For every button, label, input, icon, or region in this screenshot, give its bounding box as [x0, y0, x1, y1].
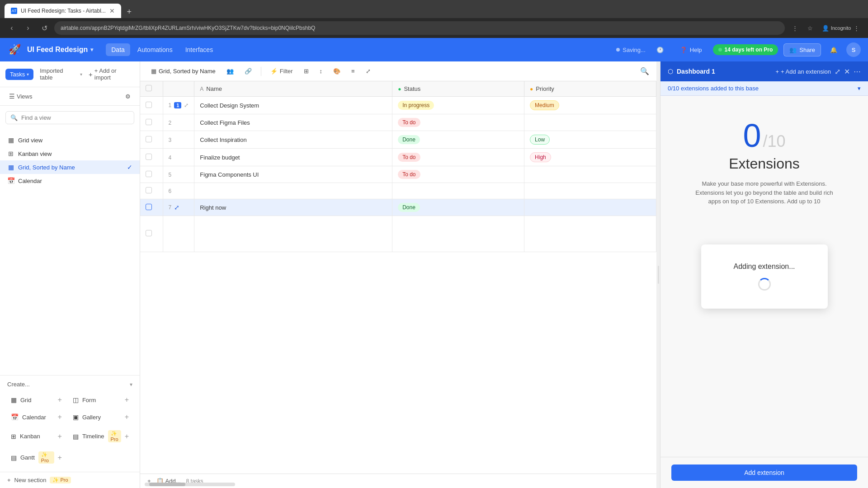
- sidebar-item-grid-view[interactable]: ▦ Grid view: [0, 133, 140, 147]
- row-4-status[interactable]: To do: [392, 149, 524, 166]
- empty-name[interactable]: [194, 216, 392, 252]
- user-avatar[interactable]: S: [846, 42, 861, 57]
- views-icon-button[interactable]: ▦ Grid, Sorted by Name: [147, 66, 219, 76]
- row-1-name[interactable]: Collect Design System: [194, 97, 392, 114]
- new-tab-button[interactable]: +: [123, 5, 136, 18]
- table-row[interactable]: 7 ⤢ Right now Done: [140, 199, 656, 216]
- table-row[interactable]: 4 Finalize budget To do High: [140, 149, 656, 166]
- row-3-priority[interactable]: Low: [524, 131, 656, 149]
- nav-automations[interactable]: Automations: [132, 43, 178, 56]
- bookmark-icon[interactable]: ☆: [804, 22, 816, 34]
- row-7-name[interactable]: Right now: [194, 199, 392, 216]
- name-column-header[interactable]: A Name: [194, 81, 392, 97]
- subheader-chevron-icon[interactable]: ▾: [858, 85, 861, 92]
- address-bar[interactable]: airtable.com/appnB2PYqtdgiMrZG/tbliXpR4Z…: [54, 21, 785, 35]
- share-button[interactable]: 👥 Share: [783, 43, 821, 56]
- create-kanban-button[interactable]: ⊞ Kanban +: [7, 427, 66, 445]
- row-3-status[interactable]: Done: [392, 131, 524, 149]
- share-view-button[interactable]: 🔗: [241, 66, 255, 76]
- row-6-priority[interactable]: [524, 183, 656, 199]
- tab-close-button[interactable]: ✕: [109, 7, 115, 14]
- row-6-name[interactable]: [194, 183, 392, 199]
- table-row[interactable]: 5 Figma Components UI To do: [140, 166, 656, 183]
- row-7-priority[interactable]: [524, 199, 656, 216]
- views-toggle-button[interactable]: ☰ Views: [5, 91, 119, 102]
- table-row[interactable]: 3 Collect Inspiration Done Low: [140, 131, 656, 149]
- help-button[interactable]: ❓ Help: [675, 44, 708, 56]
- search-input[interactable]: [21, 114, 129, 121]
- table-row[interactable]: 1 1 ⤢ Collect Design System In progress …: [140, 97, 656, 114]
- row-7-status[interactable]: Done: [392, 199, 524, 216]
- topbar-title[interactable]: UI Feed Redesign ▾: [27, 46, 93, 54]
- select-all-checkbox[interactable]: [146, 85, 152, 91]
- row-4-priority[interactable]: High: [524, 149, 656, 166]
- row-1-expand-icon[interactable]: ⤢: [184, 102, 189, 108]
- table-row[interactable]: 6: [140, 183, 656, 199]
- horizontal-scrollbar[interactable]: [145, 483, 235, 486]
- empty-checkbox[interactable]: [140, 216, 163, 252]
- add-or-import-button[interactable]: + + Add or import: [89, 67, 134, 81]
- row-5-checkbox[interactable]: [140, 166, 163, 183]
- profile-icon[interactable]: 👤: [819, 22, 832, 34]
- row-7-checkbox[interactable]: [140, 199, 163, 216]
- tasks-tab[interactable]: Tasks ▾: [5, 69, 33, 80]
- nav-data[interactable]: Data: [106, 43, 130, 56]
- create-form-button[interactable]: ◫ Form +: [69, 393, 132, 407]
- sidebar-item-kanban-view[interactable]: ⊞ Kanban view: [0, 147, 140, 160]
- row-5-status[interactable]: To do: [392, 166, 524, 183]
- sidebar-item-calendar[interactable]: 📅 Calendar: [0, 174, 140, 188]
- imported-table-tab[interactable]: Imported table ▾: [35, 65, 87, 83]
- close-panel-icon[interactable]: ✕: [844, 67, 850, 76]
- row-4-name[interactable]: Finalize budget: [194, 149, 392, 166]
- create-gallery-button[interactable]: ▣ Gallery +: [69, 410, 132, 424]
- table-row[interactable]: 2 Collect Figma Files To do: [140, 114, 656, 131]
- forward-button[interactable]: ›: [22, 22, 34, 34]
- expand-button[interactable]: ⤢: [362, 66, 374, 76]
- menu-icon[interactable]: ⋮: [850, 22, 863, 34]
- row-6-status[interactable]: [392, 183, 524, 199]
- status-column-header[interactable]: ● Status: [392, 81, 524, 97]
- row-2-status[interactable]: To do: [392, 114, 524, 131]
- pro-badge[interactable]: 14 days left on Pro: [713, 44, 778, 55]
- row-1-checkbox[interactable]: [140, 97, 163, 114]
- add-extension-submit-button[interactable]: Add extension: [671, 465, 857, 481]
- row-3-name[interactable]: Collect Inspiration: [194, 131, 392, 149]
- sort-button[interactable]: ↕: [316, 66, 326, 76]
- search-box[interactable]: 🔍: [5, 111, 134, 124]
- notifications-button[interactable]: 🔔: [826, 42, 841, 57]
- group-button[interactable]: ⊞: [300, 66, 312, 76]
- active-browser-tab[interactable]: AT UI Feed Redesign: Tasks - Airtabl... …: [5, 4, 121, 18]
- create-gantt-button[interactable]: ▤ Gantt ✨ Pro +: [7, 449, 66, 466]
- add-extension-button[interactable]: + + Add an extension: [775, 68, 831, 75]
- new-section-button[interactable]: + New section ✨ Pro: [0, 472, 140, 488]
- nav-interfaces[interactable]: Interfaces: [180, 43, 218, 56]
- row-1-priority[interactable]: Medium: [524, 97, 656, 114]
- row-2-name[interactable]: Collect Figma Files: [194, 114, 392, 131]
- row-5-priority[interactable]: [524, 166, 656, 183]
- create-timeline-button[interactable]: ▤ Timeline ✨ Pro +: [69, 427, 132, 445]
- ext-menu-icon[interactable]: ⋯: [854, 67, 861, 76]
- extensions-icon[interactable]: ⋮: [788, 22, 801, 34]
- history-button[interactable]: 🕐: [651, 44, 669, 56]
- collaborators-button[interactable]: 👥: [223, 66, 237, 76]
- create-grid-button[interactable]: ▦ Grid +: [7, 393, 66, 407]
- row-6-checkbox[interactable]: [140, 183, 163, 199]
- settings-button[interactable]: ⚙: [122, 91, 134, 102]
- create-calendar-button[interactable]: 📅 Calendar +: [7, 410, 66, 424]
- row-2-checkbox[interactable]: [140, 114, 163, 131]
- row-height-button[interactable]: ≡: [348, 66, 359, 76]
- scrollbar-thumb[interactable]: [149, 483, 185, 486]
- sidebar-item-grid-sorted[interactable]: ▦ Grid, Sorted by Name ✓: [0, 160, 140, 174]
- reload-button[interactable]: ↺: [38, 22, 51, 34]
- row-7-expand-icon[interactable]: ⤢: [174, 204, 179, 211]
- row-5-name[interactable]: Figma Components UI: [194, 166, 392, 183]
- priority-column-header[interactable]: ● Priority: [524, 81, 656, 97]
- color-button[interactable]: 🎨: [330, 66, 344, 76]
- checkbox-header[interactable]: [140, 81, 163, 97]
- search-button[interactable]: 🔍: [640, 67, 649, 75]
- table-container[interactable]: A Name ● Status: [140, 81, 656, 474]
- row-2-priority[interactable]: [524, 114, 656, 131]
- filter-button[interactable]: ⚡ Filter: [267, 66, 297, 76]
- fullscreen-icon[interactable]: ⤢: [835, 67, 840, 76]
- row-3-checkbox[interactable]: [140, 131, 163, 149]
